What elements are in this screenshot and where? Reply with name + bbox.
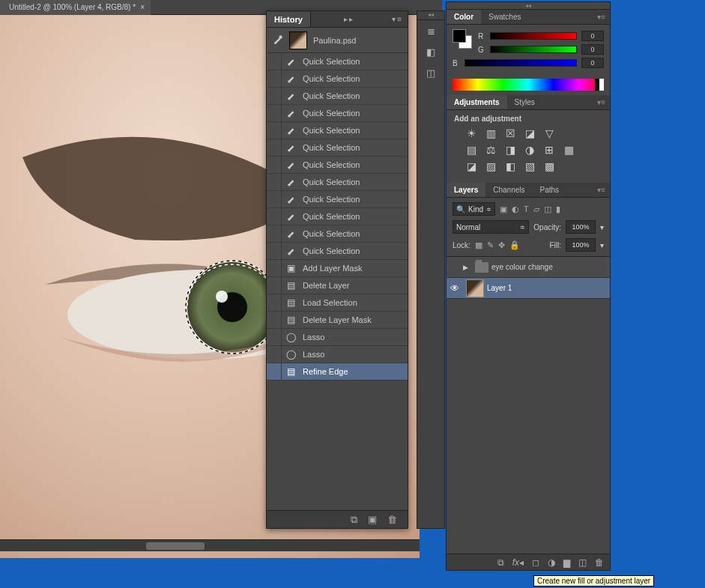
vibrance-icon[interactable]: ▽ — [542, 127, 556, 139]
history-snapshot-well[interactable] — [267, 174, 282, 190]
foreground-color-swatch[interactable] — [453, 29, 466, 43]
color-lookup-icon[interactable]: ▦ — [562, 144, 575, 156]
history-snapshot-well[interactable] — [267, 70, 282, 87]
history-step[interactable]: ▤Load Selection — [267, 294, 408, 312]
filter-toggle-icon[interactable]: ▮ — [556, 204, 560, 214]
dock-button-3[interactable]: ◫ — [417, 62, 444, 83]
history-step[interactable]: Quick Selection — [267, 70, 408, 88]
history-snapshot-well[interactable] — [267, 105, 282, 121]
styles-tab[interactable]: Styles — [507, 95, 542, 109]
history-step[interactable]: Quick Selection — [267, 105, 408, 122]
lock-transparent-icon[interactable]: ▩ — [475, 240, 482, 250]
history-step[interactable]: Quick Selection — [267, 122, 408, 139]
filter-adjustment-icon[interactable]: ◐ — [512, 204, 519, 214]
selective-color-icon[interactable]: ▩ — [542, 160, 556, 172]
history-snapshot-well[interactable] — [267, 363, 282, 380]
layer-group-row[interactable]: ▶eye colour change — [447, 257, 610, 278]
lock-position-icon[interactable]: ✥ — [498, 240, 505, 250]
opacity-value[interactable]: 100% — [566, 220, 596, 234]
history-step[interactable]: ▤Refine Edge — [267, 363, 408, 381]
history-step[interactable]: ◯Lasso — [267, 329, 408, 346]
history-step[interactable]: Quick Selection — [267, 191, 408, 208]
swatches-tab[interactable]: Swatches — [481, 10, 528, 24]
layer-thumbnail[interactable] — [466, 279, 484, 297]
trash-icon[interactable]: 🗑 — [387, 514, 397, 525]
history-snapshot-well[interactable] — [267, 243, 282, 259]
history-step[interactable]: Quick Selection — [267, 157, 408, 174]
invert-icon[interactable]: ◪ — [465, 160, 478, 172]
paths-tab[interactable]: Paths — [533, 183, 567, 197]
blend-mode-dropdown[interactable]: Normal≑ — [453, 220, 529, 234]
history-snapshot-well[interactable] — [267, 122, 282, 139]
opacity-dropdown-icon[interactable]: ▾ — [600, 223, 604, 231]
history-panel-collapse-icon[interactable]: ▸▸ — [339, 15, 359, 23]
history-snapshot-well[interactable] — [267, 208, 282, 225]
history-step[interactable]: Quick Selection — [267, 208, 408, 225]
lock-all-icon[interactable]: 🔒 — [509, 240, 520, 250]
channels-tab[interactable]: Channels — [485, 183, 532, 197]
layers-panel-menu-icon[interactable]: ▾≡ — [593, 186, 610, 194]
lock-image-icon[interactable]: ✎ — [487, 240, 494, 250]
history-step[interactable]: ▤Delete Layer — [267, 277, 408, 294]
exposure-icon[interactable]: ◪ — [523, 127, 536, 139]
add-mask-icon[interactable]: ◻ — [532, 557, 539, 568]
black-white-icon[interactable]: ◨ — [503, 144, 517, 156]
history-snapshot-well[interactable] — [267, 346, 282, 363]
adjustments-tab[interactable]: Adjustments — [447, 95, 507, 109]
history-step[interactable]: Quick Selection — [267, 174, 408, 191]
snapshot-icon[interactable]: ▣ — [368, 514, 377, 525]
new-layer-icon[interactable]: ◫ — [578, 557, 587, 568]
history-source-row[interactable]: Paulina.psd — [267, 28, 408, 53]
dock-collapse-icon[interactable]: ◂◂ — [417, 11, 444, 20]
link-layers-icon[interactable]: ⧉ — [497, 557, 504, 568]
history-snapshot-well[interactable] — [267, 225, 282, 242]
document-tab[interactable]: Untitled-2 @ 100% (Layer 4, RGB/8) * × — [0, 0, 151, 15]
history-step[interactable]: ◯Lasso — [267, 346, 408, 363]
filter-smart-icon[interactable]: ◫ — [544, 204, 551, 214]
b-value[interactable]: 0 — [581, 58, 604, 68]
fill-dropdown-icon[interactable]: ▾ — [600, 241, 604, 249]
visibility-toggle-icon[interactable]: 👁 — [447, 283, 463, 294]
filter-pixel-icon[interactable]: ▣ — [500, 204, 507, 214]
delete-layer-icon[interactable]: 🗑 — [595, 557, 604, 568]
gradient-map-icon[interactable]: ▧ — [523, 160, 536, 172]
history-snapshot-well[interactable] — [267, 312, 282, 328]
posterize-icon[interactable]: ▨ — [484, 160, 497, 172]
photo-filter-icon[interactable]: ◑ — [523, 144, 536, 156]
group-expand-icon[interactable]: ▶ — [463, 264, 472, 271]
canvas-horizontal-scrollbar[interactable] — [0, 539, 420, 551]
history-snapshot-well[interactable] — [267, 329, 282, 345]
history-tab[interactable]: History — [267, 12, 311, 27]
curves-icon[interactable]: ☒ — [503, 127, 517, 139]
fill-value[interactable]: 100% — [566, 238, 596, 252]
create-document-icon[interactable]: ⧉ — [351, 514, 357, 526]
history-snapshot-well[interactable] — [267, 139, 282, 156]
history-snapshot-well[interactable] — [267, 277, 282, 294]
filter-type-icon[interactable]: T — [524, 204, 529, 214]
dock-button-2[interactable]: ◧ — [417, 41, 444, 62]
history-snapshot-well[interactable] — [267, 191, 282, 207]
layers-tab[interactable]: Layers — [447, 183, 485, 197]
history-snapshot-well[interactable] — [267, 88, 282, 104]
new-adjustment-layer-icon[interactable]: ◑ — [548, 557, 555, 568]
foreground-background-swatches[interactable] — [453, 29, 472, 49]
new-group-icon[interactable]: ▆ — [563, 557, 570, 568]
history-step[interactable]: Quick Selection — [267, 139, 408, 157]
scrollbar-thumb[interactable] — [146, 542, 205, 550]
history-snapshot-well[interactable] — [267, 260, 282, 276]
history-step[interactable]: Quick Selection — [267, 225, 408, 243]
color-balance-icon[interactable]: ⚖ — [484, 144, 497, 156]
layer-filter-kind-dropdown[interactable]: 🔍Kind≑ — [453, 202, 495, 216]
dock-button-1[interactable]: ≣ — [417, 20, 444, 41]
color-tab[interactable]: Color — [447, 10, 481, 24]
history-step[interactable]: Quick Selection — [267, 53, 408, 70]
history-panel-menu-icon[interactable]: ▾≡ — [387, 15, 408, 23]
history-step[interactable]: ▣Add Layer Mask — [267, 260, 408, 277]
filter-shape-icon[interactable]: ▱ — [533, 204, 539, 214]
history-step[interactable]: ▤Delete Layer Mask — [267, 312, 408, 329]
right-col-collapse-icon[interactable]: ◂◂ — [447, 2, 610, 10]
history-snapshot-well[interactable] — [267, 294, 282, 311]
levels-icon[interactable]: ▥ — [484, 127, 497, 139]
adjustments-panel-menu-icon[interactable]: ▾≡ — [593, 98, 610, 106]
b-slider[interactable] — [465, 59, 577, 67]
